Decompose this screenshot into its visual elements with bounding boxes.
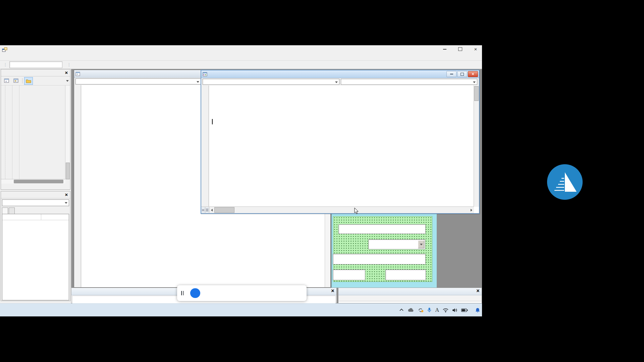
general-combobox[interactable] — [203, 79, 339, 85]
menu-bar — [0, 53, 482, 61]
front-code-hscrollbar[interactable] — [201, 206, 474, 213]
project-panel-toolbar: ≡ — [1, 76, 70, 85]
property-row[interactable] — [2, 214, 69, 220]
speaker-icon[interactable] — [452, 308, 458, 312]
code-window-icon: ≡ — [75, 72, 81, 76]
watch-close-icon[interactable]: × — [475, 288, 481, 294]
toggle-folders-button[interactable] — [24, 77, 33, 85]
child-close-button[interactable]: × — [468, 71, 478, 77]
front-code-vscrollbar[interactable] — [474, 85, 479, 207]
properties-grid[interactable] — [2, 214, 69, 300]
property-name — [2, 214, 41, 220]
chevron-down-icon — [197, 81, 199, 83]
code-window-config: × — [201, 70, 480, 214]
tab-categorized[interactable] — [9, 207, 15, 214]
hscroll-thumb[interactable] — [214, 207, 234, 213]
chevron-down-icon — [473, 81, 476, 83]
shared-screen: × ⋮ ⋮ × ≡ — [0, 45, 482, 303]
properties-panel: × — [1, 191, 70, 301]
pause-sharing-icon[interactable] — [181, 291, 184, 295]
view-object-button[interactable] — [12, 77, 20, 85]
view-code-button[interactable]: ≡ — [2, 77, 11, 85]
userform-canvas[interactable] — [333, 216, 432, 282]
close-button[interactable]: × — [471, 46, 481, 52]
scroll-left-icon[interactable] — [211, 209, 213, 212]
tray-chevron-up-icon[interactable] — [399, 308, 404, 312]
code-window-icon — [203, 72, 208, 76]
margin-indicator-bar — [74, 85, 81, 287]
onedrive-icon[interactable] — [408, 308, 414, 312]
meet-sharing-bar — [177, 285, 307, 301]
microphone-icon[interactable] — [427, 307, 431, 313]
immediate-close-icon[interactable]: × — [330, 288, 336, 294]
chevron-down-icon — [65, 202, 67, 204]
form-combobox-dropdown[interactable] — [418, 240, 424, 248]
front-code-editor[interactable] — [201, 85, 479, 213]
properties-panel-titlebar[interactable]: × — [1, 191, 70, 198]
project-panel-close-icon[interactable]: × — [63, 69, 69, 75]
form-textbox[interactable] — [338, 224, 426, 234]
properties-panel-close-icon[interactable]: × — [63, 191, 69, 197]
mouse-cursor — [354, 208, 359, 216]
properties-object-selector[interactable] — [2, 199, 69, 206]
text-cursor — [212, 119, 213, 124]
ime-mode-icon[interactable]: A — [435, 307, 439, 313]
form-textbox-wide[interactable] — [333, 254, 426, 264]
svg-text:≡: ≡ — [5, 80, 7, 82]
object-combobox[interactable] — [75, 78, 201, 84]
watch-titlebar[interactable]: × — [338, 288, 482, 295]
scroll-right-icon[interactable] — [471, 209, 472, 212]
vba-titlebar: × — [0, 45, 482, 54]
watch-column-headers — [338, 295, 482, 301]
notification-bell-icon[interactable] — [475, 308, 480, 313]
child-restore-button[interactable] — [457, 71, 467, 77]
tab-alphabetic[interactable] — [2, 207, 8, 214]
stop-sharing-button[interactable] — [190, 288, 200, 298]
front-window-titlebar[interactable]: × — [201, 70, 479, 78]
vba-app-icon — [2, 47, 8, 52]
minimize-button[interactable] — [440, 46, 450, 52]
toolbar-grip[interactable]: ⋮ — [3, 62, 7, 67]
toolbar-grip-2[interactable]: ⋮ — [67, 62, 70, 67]
sync-icon[interactable] — [418, 308, 424, 313]
form-textbox-map[interactable] — [385, 269, 426, 280]
maximize-button[interactable] — [455, 46, 465, 52]
project-explorer-panel: × ≡ — [1, 69, 70, 190]
wifi-icon[interactable] — [443, 308, 448, 312]
project-panel-titlebar[interactable]: × — [1, 69, 70, 76]
project-tree[interactable] — [1, 85, 70, 184]
form-textbox-left[interactable] — [333, 269, 365, 280]
userform-designer — [331, 214, 437, 288]
cursor-position-indicator — [9, 61, 62, 68]
watch-window: × — [338, 288, 482, 303]
form-combobox[interactable] — [368, 239, 425, 249]
front-combo-row — [201, 78, 479, 86]
chevron-down-icon — [335, 81, 338, 83]
margin-indicator-bar — [201, 85, 209, 213]
toolbar: ⋮ ⋮ — [0, 61, 482, 69]
participant-avatar — [546, 164, 583, 200]
declarations-combobox[interactable] — [341, 79, 477, 85]
split-view-button[interactable] — [201, 207, 205, 213]
scroll-up-icon[interactable] — [66, 80, 69, 82]
project-tree-hscrollbar[interactable] — [1, 179, 65, 184]
project-tree-vscrollbar[interactable] — [65, 85, 70, 179]
taskbar: A — [0, 303, 482, 316]
svg-text:≡: ≡ — [76, 73, 78, 75]
split-view-button-2[interactable] — [205, 207, 209, 213]
child-minimize-button[interactable] — [446, 71, 457, 77]
battery-icon[interactable] — [461, 308, 468, 312]
property-value — [41, 214, 69, 220]
